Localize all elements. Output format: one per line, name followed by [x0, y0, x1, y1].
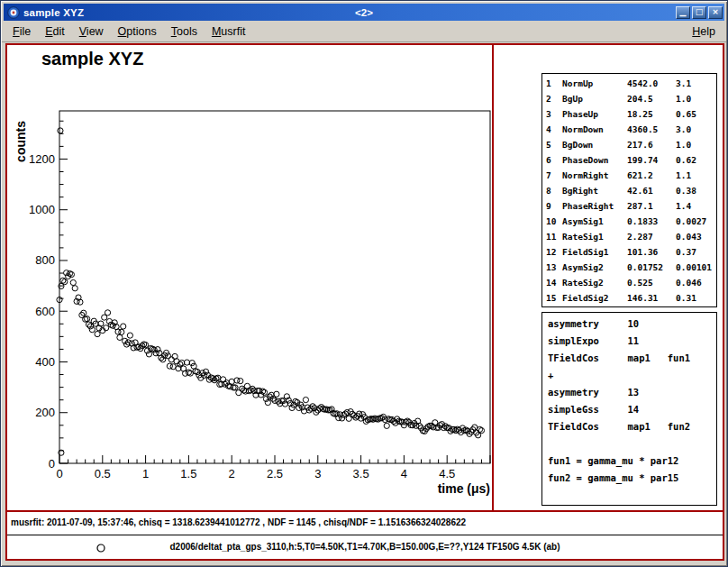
theory-line: fun1 = gamma_mu * par12	[548, 455, 716, 472]
data-point	[72, 286, 77, 291]
x-axis-title: time (μs)	[438, 481, 490, 496]
theory-function-box[interactable]: asymmetry 10simplExpo 11TFieldCos map1 f…	[541, 312, 717, 506]
menu-help[interactable]: Help	[685, 23, 723, 41]
close-button[interactable]: ×	[708, 6, 723, 19]
menu-options[interactable]: Options	[111, 23, 164, 41]
data-point	[117, 334, 123, 340]
theory-line: +	[548, 370, 716, 387]
workspace-label: <2>	[4, 7, 724, 18]
data-point	[123, 338, 128, 343]
fit-parameter-row: 2BgUp204.51.0	[546, 91, 716, 106]
fit-parameter-row: 9PhaseRight287.11.4	[546, 198, 716, 214]
menu-left: FileEditViewOptionsToolsMusrfit	[5, 23, 252, 41]
titlebar[interactable]: sample XYZ <2> ▁□×	[4, 4, 724, 21]
x-tick-label: 3.5	[353, 467, 369, 480]
open-circle-marker-icon	[96, 543, 106, 553]
minimize-button[interactable]: ▁	[676, 6, 690, 19]
theory-line: simpleGss 14	[548, 404, 716, 421]
root-canvas[interactable]: sample XYZ 02004006008001000120000.511.5…	[5, 43, 724, 561]
decay-histogram-plot[interactable]: 02004006008001000120000.511.522.533.544.…	[7, 45, 492, 510]
data-point	[238, 379, 243, 384]
fit-parameter-row: 10AsymSig10.18330.0027	[546, 214, 716, 229]
theory-line: fun2 = gamma_mu * par15	[548, 472, 716, 489]
fit-parameter-row: 11RateSig12.2870.043	[546, 229, 716, 244]
app-icon	[7, 6, 20, 19]
menubar: FileEditViewOptionsToolsMusrfit Help	[2, 21, 726, 42]
theory-line: asymmetry 13	[548, 387, 716, 404]
x-tick-label: 0	[56, 467, 62, 480]
y-tick-label: 0	[49, 457, 55, 471]
menu-musrfit[interactable]: Musrfit	[205, 23, 253, 41]
plot-frame	[59, 111, 490, 463]
x-tick-label: 3	[314, 467, 321, 480]
data-point	[478, 427, 484, 433]
data-point	[127, 333, 132, 338]
fit-parameter-row: 12FieldSig1101.360.37	[546, 244, 716, 260]
y-tick-label: 1200	[29, 152, 55, 166]
theory-line: TFieldCos map1 fun1	[548, 352, 716, 370]
fit-parameter-row: 8BgRight42.610.38	[546, 183, 716, 198]
menu-edit[interactable]: Edit	[38, 23, 72, 41]
fit-parameter-row: 1NormUp4542.03.1	[546, 76, 716, 91]
data-point	[146, 352, 151, 357]
y-tick-label: 200	[35, 406, 55, 419]
data-point	[121, 324, 126, 329]
data-point	[303, 397, 308, 402]
data-point	[95, 331, 100, 336]
menu-tools[interactable]: Tools	[164, 23, 205, 41]
theory-line: TFieldCos map1 fun2	[548, 421, 716, 438]
menu-view[interactable]: View	[72, 23, 111, 41]
window-controls: ▁□×	[676, 6, 723, 19]
data-point	[119, 329, 124, 334]
y-tick-label: 600	[35, 305, 55, 318]
menu-right: Help	[685, 23, 723, 41]
main-pad: 02004006008001000120000.511.522.533.544.…	[7, 45, 723, 512]
window-title: sample XYZ	[23, 7, 84, 18]
menu-file[interactable]: File	[5, 23, 38, 41]
fit-parameter-row: 13AsymSig20.017520.00101	[546, 260, 716, 275]
theory-line	[548, 438, 716, 455]
x-tick-label: 4.5	[439, 467, 455, 480]
data-point	[70, 279, 76, 285]
fit-parameter-row: 6PhaseDown199.740.62	[546, 152, 716, 168]
x-tick-label: 4	[401, 467, 407, 480]
fit-parameter-row: 15FieldSig2146.310.31	[546, 290, 716, 306]
data-point	[384, 423, 389, 428]
y-tick-label: 400	[35, 355, 55, 369]
data-point	[58, 128, 63, 133]
theory-line: asymmetry 10	[548, 318, 716, 335]
fit-parameters-box[interactable]: 1NormUp4542.03.12BgUp204.51.03PhaseUp18.…	[541, 73, 717, 307]
x-tick-label: 1	[142, 467, 149, 480]
plot-pad[interactable]: 02004006008001000120000.511.522.533.544.…	[7, 45, 494, 510]
plot-title: sample XYZ	[41, 49, 143, 69]
fit-status-line: musrfit: 2011-07-09, 15:37:46, chisq = 1…	[11, 517, 466, 527]
fit-parameter-row: 3PhaseUp18.250.65	[546, 106, 716, 122]
data-point	[89, 327, 95, 333]
fit-parameter-row: 5BgDown217.61.0	[546, 137, 716, 152]
data-point	[68, 271, 74, 277]
x-tick-label: 1.5	[180, 467, 196, 480]
data-point	[274, 391, 279, 397]
maximize-button[interactable]: □	[692, 6, 706, 19]
fit-parameter-row: 7NormRight621.21.1	[546, 168, 716, 183]
legend: d2006/deltat_pta_gps_3110,h:5,T0=4.50K,T…	[7, 535, 723, 559]
y-tick-label: 800	[35, 253, 55, 267]
fit-parameter-row: 4NormDown4360.53.0	[546, 122, 716, 137]
y-tick-label: 1000	[29, 203, 55, 216]
x-tick-label: 2.5	[267, 467, 283, 480]
y-axis-title: counts	[14, 121, 28, 162]
x-tick-label: 0.5	[95, 467, 111, 480]
legend-text: d2006/deltat_pta_gps_3110,h:5,T0=4.50K,T…	[170, 542, 560, 552]
theory-line: simplExpo 11	[548, 335, 716, 352]
x-tick-label: 2	[229, 467, 235, 480]
fit-parameter-row: 14RateSig20.5250.046	[546, 275, 716, 290]
data-point	[105, 310, 110, 316]
data-point	[229, 379, 234, 384]
app-window: sample XYZ <2> ▁□× FileEditViewOptionsTo…	[0, 0, 728, 567]
data-point	[62, 279, 68, 285]
